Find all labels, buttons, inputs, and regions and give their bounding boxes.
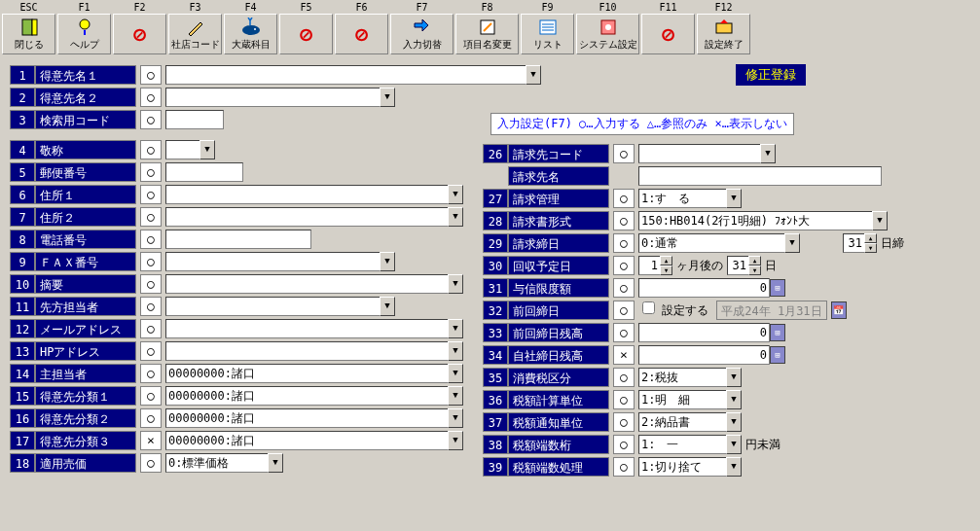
chevron-down-icon[interactable]: ▼ — [268, 453, 283, 473]
dropdown[interactable]: ▼ — [165, 207, 463, 227]
dropdown[interactable]: 2:納品書 ▼ — [638, 412, 742, 432]
chevron-down-icon[interactable]: ▼ — [448, 207, 463, 227]
chevron-down-icon[interactable]: ▼ — [200, 140, 215, 159]
chevron-down-icon[interactable]: ▼ — [448, 319, 463, 338]
chevron-down-icon[interactable]: ▼ — [448, 364, 463, 383]
dropdown[interactable]: ▼ — [638, 144, 776, 163]
chevron-down-icon[interactable]: ▼ — [380, 252, 395, 271]
row-label: HPアドレス — [35, 341, 136, 361]
row-label: 前回締日残高 — [508, 323, 609, 342]
chevron-down-icon[interactable]: ▼ — [784, 233, 800, 253]
dropdown[interactable]: ▼ — [165, 65, 541, 85]
toolbar-f6[interactable]: F6 ⊘ — [335, 2, 388, 54]
svg-point-12 — [605, 24, 611, 30]
chevron-down-icon[interactable]: ▼ — [726, 457, 742, 477]
toolbar-f7[interactable]: F7 入力切替 — [390, 2, 454, 54]
calculator-icon[interactable]: ⊞ — [770, 324, 785, 341]
dropdown[interactable]: 150:HB014(2行1明細) ﾌｫﾝﾄ大 ▼ — [638, 211, 888, 230]
text-input[interactable] — [165, 110, 224, 129]
chevron-down-icon[interactable]: ▼ — [526, 65, 541, 85]
toolbar-esc[interactable]: ESC 閉じる — [2, 2, 55, 54]
calendar-icon[interactable]: 📅 — [831, 301, 847, 319]
toolbar-f9[interactable]: F9 リスト — [521, 2, 574, 54]
chevron-down-icon[interactable]: ▼ — [448, 386, 463, 406]
dropdown[interactable]: 1:切り捨て ▼ — [638, 457, 742, 477]
dropdown[interactable]: 00000000:諸口 ▼ — [165, 364, 463, 383]
door-icon — [18, 18, 40, 37]
number-input[interactable]: 0 — [638, 345, 770, 365]
mark-indicator: ○ — [613, 233, 635, 253]
chevron-down-icon[interactable]: ▼ — [448, 185, 463, 204]
dropdown[interactable]: 00000000:諸口 ▼ — [165, 408, 463, 428]
suffix-text: 日 — [765, 256, 777, 275]
dropdown[interactable]: 0:標準価格 ▼ — [165, 453, 283, 473]
chevron-down-icon[interactable]: ▼ — [726, 435, 742, 454]
mark-indicator: ○ — [613, 278, 635, 298]
toolbar-f1[interactable]: F1 ヘルプ — [57, 2, 111, 54]
row-number: 33 — [483, 323, 508, 342]
row-label: 請求管理 — [508, 189, 609, 208]
toolbar-f10[interactable]: F10 システム設定 — [576, 2, 639, 54]
dropdown[interactable]: ▼ — [165, 185, 463, 204]
spinner[interactable]: 1 ▲▼ — [638, 256, 672, 275]
chevron-down-icon[interactable]: ▼ — [448, 274, 463, 294]
row-number: 1 — [10, 65, 35, 85]
toolbar-f12[interactable]: F12 設定終了 — [697, 2, 750, 54]
dropdown[interactable]: ▼ — [165, 140, 215, 159]
dropdown[interactable]: ▼ — [165, 341, 463, 361]
dropdown[interactable]: ▼ — [165, 297, 395, 316]
form-row: 5郵便番号○ — [10, 161, 243, 183]
chevron-down-icon[interactable]: ▼ — [448, 431, 463, 450]
chevron-down-icon[interactable]: ▼ — [448, 408, 463, 428]
dropdown[interactable]: 00000000:諸口 ▼ — [165, 386, 463, 406]
number-input[interactable]: 0 — [638, 278, 770, 298]
dropdown[interactable]: 1:す る ▼ — [638, 189, 742, 208]
calculator-icon[interactable]: ⊞ — [770, 279, 785, 297]
row-number: 27 — [483, 189, 508, 208]
toolbar-f3[interactable]: F3 社店コード — [168, 2, 222, 54]
form-row: 36税額計算単位○ 1:明 細 ▼ — [483, 389, 742, 410]
chevron-down-icon[interactable]: ▼ — [760, 144, 776, 163]
row-number: 30 — [483, 256, 508, 275]
svg-rect-13 — [716, 23, 732, 33]
dropdown[interactable]: 2:税抜 ▼ — [638, 368, 742, 387]
dropdown[interactable]: ▼ — [165, 319, 463, 338]
mark-indicator: ○ — [140, 408, 162, 428]
toolbar-f8[interactable]: F8 項目名変更 — [455, 2, 519, 54]
dropdown[interactable]: 00000000:諸口 ▼ — [165, 431, 463, 450]
chevron-down-icon[interactable]: ▼ — [726, 368, 742, 387]
readonly-text — [638, 166, 882, 186]
dropdown[interactable]: 1:明 細 ▼ — [638, 390, 742, 409]
toolbar-f5[interactable]: F5 ⊘ — [279, 2, 333, 54]
row-number: 29 — [483, 233, 508, 253]
set-checkbox[interactable]: 設定する — [642, 301, 708, 319]
chevron-down-icon[interactable]: ▼ — [872, 211, 888, 230]
toolbar-label: システム設定 — [579, 38, 637, 52]
dropdown[interactable]: 1: 一 ▼ — [638, 435, 742, 454]
dropdown[interactable]: ▼ — [165, 274, 463, 294]
row-label: 得意先分類３ — [35, 431, 136, 450]
spinner[interactable]: 31 ▲▼ — [727, 256, 761, 275]
chevron-down-icon[interactable]: ▼ — [380, 297, 395, 316]
row-label: 自社締日残高 — [508, 345, 609, 365]
toolbar-label: ヘルプ — [70, 38, 99, 52]
text-input[interactable] — [165, 230, 311, 249]
chevron-down-icon[interactable]: ▼ — [726, 189, 742, 208]
calculator-icon[interactable]: ⊞ — [770, 346, 785, 364]
toolbar-f4[interactable]: F4 大蔵科目 — [224, 2, 277, 54]
number-input[interactable]: 0 — [638, 323, 770, 342]
row-number: 4 — [10, 140, 35, 159]
fkey-label: F9 — [541, 2, 553, 14]
dropdown[interactable]: 0:通常 ▼ — [638, 233, 800, 253]
chevron-down-icon[interactable]: ▼ — [380, 88, 395, 107]
text-input[interactable] — [165, 162, 243, 182]
toolbar-f11[interactable]: F11 ⊘ — [641, 2, 695, 54]
dropdown[interactable]: ▼ — [165, 252, 395, 271]
chevron-down-icon[interactable]: ▼ — [726, 412, 742, 432]
dropdown[interactable]: ▼ — [165, 88, 395, 107]
chevron-down-icon[interactable]: ▼ — [448, 341, 463, 361]
mark-indicator: ○ — [613, 144, 635, 163]
chevron-down-icon[interactable]: ▼ — [726, 390, 742, 409]
spinner[interactable]: 31 ▲▼ — [843, 233, 877, 253]
toolbar-f2[interactable]: F2 ⊘ — [113, 2, 166, 54]
